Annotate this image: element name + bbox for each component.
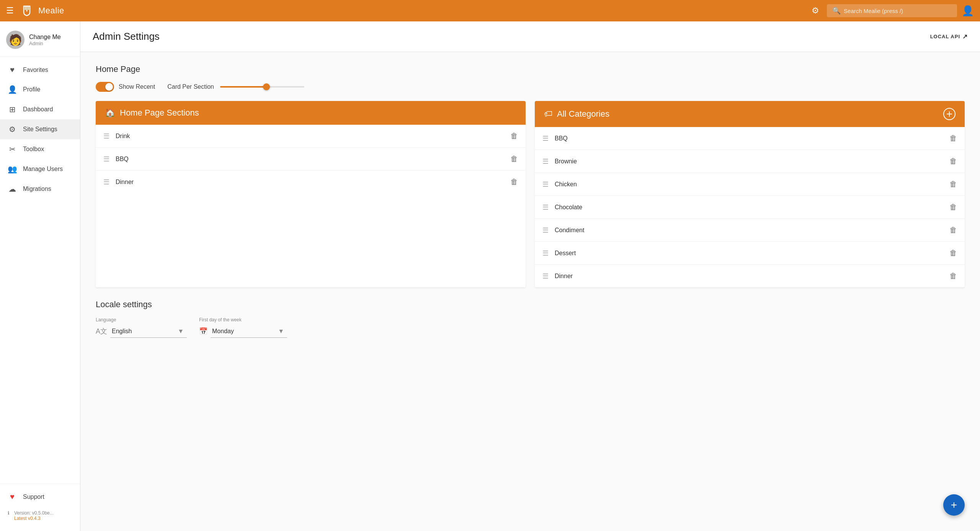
drag-handle-icon[interactable]: ☰	[103, 132, 109, 140]
dashboard-icon: ⊞	[8, 105, 17, 114]
translate-icon: A文	[96, 327, 107, 336]
all-categories-title: All Categories	[557, 109, 609, 119]
sidebar-version: ℹ Version: v0.5.0be... Latest v0.4.3	[0, 507, 80, 525]
home-page-sections-card: 🏠 Home Page Sections ☰ Drink 🗑 ☰ BBQ	[96, 101, 526, 287]
cards-row: 🏠 Home Page Sections ☰ Drink 🗑 ☰ BBQ	[96, 101, 965, 287]
delete-icon[interactable]: 🗑	[949, 249, 957, 257]
show-recent-label: Show Recent	[119, 83, 155, 90]
card-per-section-slider[interactable]	[220, 86, 304, 88]
first-day-field: First day of the week 📅 Monday Sunday Sa…	[199, 317, 287, 338]
list-item: ☰ Dessert 🗑	[535, 242, 965, 265]
sidebar-item-label: Favorites	[23, 67, 48, 73]
show-recent-toggle-group: Show Recent	[96, 82, 155, 92]
topbar-settings-icon[interactable]: ⚙	[812, 6, 819, 16]
list-item: ☰ Dinner 🗑	[535, 265, 965, 287]
sidebar-item-toolbox[interactable]: ✂ Toolbox	[0, 139, 80, 159]
sidebar-user-role: Admin	[29, 41, 61, 46]
item-label: Brownie	[555, 158, 943, 165]
language-field: Language A文 English French German Spanis…	[96, 317, 187, 338]
item-label: Chocolate	[555, 204, 943, 211]
drag-handle-icon[interactable]: ☰	[542, 180, 549, 189]
sidebar-item-site-settings[interactable]: ⚙ Site Settings	[0, 119, 80, 139]
show-recent-toggle[interactable]	[96, 82, 114, 92]
drag-handle-icon[interactable]: ☰	[103, 178, 109, 186]
sidebar-item-favorites[interactable]: ♥ Favorites	[0, 60, 80, 80]
add-category-button[interactable]: +	[943, 108, 956, 120]
drag-handle-icon[interactable]: ☰	[542, 249, 549, 257]
sidebar-item-manage-users[interactable]: 👥 Manage Users	[0, 159, 80, 179]
item-label: Dinner	[555, 273, 943, 280]
version-link[interactable]: Latest v0.4.3	[14, 516, 41, 521]
drag-handle-icon[interactable]: ☰	[542, 157, 549, 166]
delete-icon[interactable]: 🗑	[510, 178, 518, 186]
delete-icon[interactable]: 🗑	[510, 155, 518, 163]
delete-icon[interactable]: 🗑	[949, 134, 957, 143]
sidebar-item-dashboard[interactable]: ⊞ Dashboard	[0, 99, 80, 119]
local-api-button[interactable]: LOCAL API ↗	[930, 33, 968, 40]
first-day-select[interactable]: Monday Sunday Saturday	[211, 325, 287, 338]
controls-row: Show Recent Card Per Section	[96, 82, 965, 92]
fab-icon: +	[951, 499, 957, 511]
user-avatar-icon[interactable]: 👤	[962, 5, 974, 17]
calendar-icon: 📅	[199, 327, 207, 336]
home-page-sections-card-header: 🏠 Home Page Sections	[96, 101, 526, 125]
language-label: Language	[96, 317, 187, 323]
item-label: Dessert	[555, 250, 943, 257]
drag-handle-icon[interactable]: ☰	[542, 134, 549, 143]
card-per-section-label: Card Per Section	[167, 83, 214, 90]
language-select[interactable]: English French German Spanish	[110, 325, 187, 338]
sidebar-user-name: Change Me	[29, 34, 61, 41]
drag-handle-icon[interactable]: ☰	[542, 203, 549, 212]
delete-icon[interactable]: 🗑	[949, 203, 957, 212]
external-link-icon: ↗	[962, 33, 968, 40]
home-page-sections-list: ☰ Drink 🗑 ☰ BBQ 🗑 ☰ Dinner 🗑	[96, 125, 526, 193]
home-page-section: Home Page Show Recent Card Per Section	[96, 64, 965, 287]
profile-icon: 👤	[8, 85, 17, 94]
drag-handle-icon[interactable]: ☰	[542, 226, 549, 235]
sidebar-item-label: Site Settings	[23, 126, 57, 133]
toolbox-icon: ✂	[8, 145, 17, 154]
delete-icon[interactable]: 🗑	[949, 180, 957, 189]
delete-icon[interactable]: 🗑	[949, 226, 957, 235]
list-item: ☰ Dinner 🗑	[96, 171, 526, 193]
drag-handle-icon[interactable]: ☰	[542, 272, 549, 280]
sidebar-item-label: Migrations	[23, 186, 51, 192]
info-icon: ℹ	[8, 510, 10, 516]
search-placeholder[interactable]: Search Mealie (press /)	[844, 8, 903, 14]
sidebar-item-support[interactable]: ♥ Support	[0, 487, 80, 507]
card-per-section-group: Card Per Section	[167, 83, 304, 90]
page-header: Admin Settings LOCAL API ↗	[80, 21, 980, 52]
sidebar-item-label: Manage Users	[23, 166, 63, 173]
avatar: 🧑	[6, 31, 24, 49]
delete-icon[interactable]: 🗑	[949, 272, 957, 280]
sidebar-support-label: Support	[23, 494, 44, 500]
sidebar-item-migrations[interactable]: ☁ Migrations	[0, 179, 80, 199]
fab-button[interactable]: +	[943, 494, 965, 516]
users-icon: 👥	[8, 165, 17, 174]
list-item: ☰ Chocolate 🗑	[535, 196, 965, 219]
main-content: Admin Settings LOCAL API ↗ Home Page Sho…	[80, 21, 980, 531]
all-categories-card: 🏷 All Categories + ☰ BBQ 🗑 ☰	[535, 101, 965, 287]
list-item: ☰ BBQ 🗑	[96, 148, 526, 171]
search-bar[interactable]: 🔍 Search Mealie (press /)	[827, 4, 957, 17]
sidebar: 🧑 Change Me Admin ♥ Favorites 👤 Profile …	[0, 21, 80, 531]
item-label: Condiment	[555, 227, 943, 234]
delete-icon[interactable]: 🗑	[949, 157, 957, 166]
sidebar-item-label: Profile	[23, 86, 40, 93]
sidebar-item-label: Dashboard	[23, 106, 53, 113]
home-icon: 🏠	[105, 108, 115, 118]
locale-section-title: Locale settings	[96, 300, 965, 309]
list-item: ☰ Drink 🗑	[96, 125, 526, 148]
menu-icon[interactable]: ☰	[6, 6, 14, 16]
delete-icon[interactable]: 🗑	[510, 132, 518, 140]
item-label: BBQ	[116, 156, 504, 163]
local-api-label: LOCAL API	[930, 34, 960, 39]
sidebar-item-label: Toolbox	[23, 146, 44, 153]
sidebar-item-profile[interactable]: 👤 Profile	[0, 80, 80, 99]
list-item: ☰ Chicken 🗑	[535, 173, 965, 196]
drag-handle-icon[interactable]: ☰	[103, 155, 109, 163]
heart-icon: ♥	[8, 65, 17, 74]
version-text: Version: v0.5.0be...	[14, 510, 54, 516]
item-label: Dinner	[116, 179, 504, 186]
sidebar-user: 🧑 Change Me Admin	[0, 24, 80, 57]
